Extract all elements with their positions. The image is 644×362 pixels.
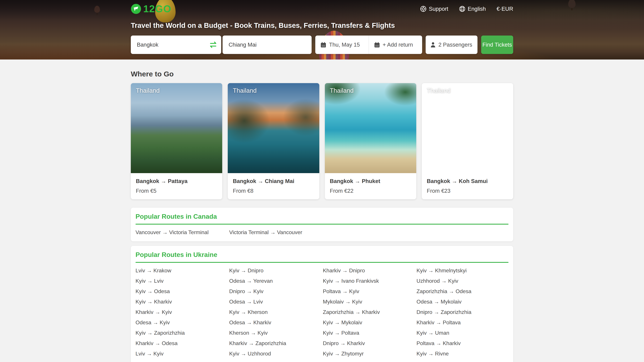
lifebuoy-icon (420, 6, 426, 12)
support-link[interactable]: Support (420, 6, 448, 12)
route-link[interactable]: Zaporizhzhia → Odesa (416, 288, 509, 295)
logo[interactable]: 12GO (131, 4, 172, 14)
section-title-ukraine: Popular Routes in Ukraine (136, 251, 508, 259)
card-route-title: Bangkok → Pattaya (136, 178, 217, 185)
globe-icon (459, 6, 466, 12)
language-label: English (468, 6, 486, 12)
route-link[interactable]: Kharkiv → Dnipro (323, 267, 415, 274)
destination-card[interactable]: Thailand Bangkok → Chiang Mai From €8 (228, 83, 319, 199)
routes-list-ukraine: Lviv → Krakow Kyiv → Dnipro Kharkiv → Dn… (136, 263, 508, 362)
to-input[interactable] (222, 35, 312, 54)
find-tickets-button[interactable]: Find Tickets (481, 35, 513, 54)
route-link[interactable]: Kyiv → Lviv (136, 278, 228, 284)
return-date-field[interactable]: + Add return (368, 35, 422, 54)
route-link[interactable]: Uzhhorod → Kyiv (416, 278, 509, 284)
swap-directions-button[interactable] (209, 41, 217, 49)
passengers-field[interactable]: 2 Passengers (426, 35, 478, 54)
popular-routes-ukraine-section: Popular Routes in Ukraine Lviv → Krakow … (131, 246, 513, 362)
route-link[interactable]: Kyiv → Zaporizhzhia (136, 330, 228, 336)
main-content: Where to Go Thailand Bangkok → Pattaya F… (131, 70, 513, 362)
route-link[interactable]: Kyiv → Kharkiv (136, 298, 228, 305)
route-link[interactable]: Victoria Terminal → Vancouver (229, 229, 321, 236)
route-link[interactable]: Kharkiv → Odesa (136, 340, 228, 347)
currency-label: €·EUR (496, 6, 513, 12)
route-link[interactable]: Kyiv → Rivne (416, 350, 509, 357)
route-link[interactable]: Kyiv → Poltava (323, 330, 415, 336)
route-link[interactable]: Odesa → Kharkiv (229, 319, 321, 326)
route-link[interactable]: Kyiv → Mykolaiv (323, 319, 415, 326)
route-link[interactable]: Odesa → Lviv (229, 298, 321, 305)
currency-selector[interactable]: €·EUR (496, 6, 513, 12)
card-route-title: Bangkok → Phuket (330, 178, 411, 185)
route-link[interactable]: Kyiv → Uzhhorod (229, 350, 321, 357)
where-to-go-title: Where to Go (131, 70, 513, 78)
destination-image: Thailand (131, 83, 222, 173)
routes-list-canada: Vancouver → Victoria Terminal Victoria T… (136, 225, 508, 236)
destination-image: Thailand (228, 83, 319, 173)
destination-card[interactable]: Thailand Bangkok → Phuket From €22 (325, 83, 416, 199)
from-input[interactable] (131, 35, 221, 54)
route-link[interactable]: Kharkiv → Poltava (416, 319, 509, 326)
logo-icon (131, 4, 141, 14)
route-link[interactable]: Odesa → Mykolaiv (416, 298, 509, 305)
destination-image: Thailand (325, 83, 416, 173)
date-fields: Thu, May 15 + Add return (315, 35, 422, 54)
hot-air-balloon-small (94, 6, 100, 13)
support-label: Support (429, 6, 448, 12)
popular-routes-canada-section: Popular Routes in Canada Vancouver → Vic… (131, 208, 513, 241)
route-link[interactable]: Lviv → Odesa (229, 361, 321, 362)
departure-date-field[interactable]: Thu, May 15 (315, 35, 368, 54)
header-menu: Support English €·EUR (420, 6, 513, 12)
from-field (131, 35, 221, 54)
card-route-title: Bangkok → Chiang Mai (233, 178, 314, 185)
route-link[interactable]: Kyiv → Dnipro (229, 267, 321, 274)
route-link[interactable]: Dnipro → Kyiv (229, 288, 321, 295)
route-link[interactable]: Lviv → Krakow (136, 267, 228, 274)
card-route-title: Bangkok → Koh Samui (427, 178, 508, 185)
route-link[interactable]: Kharkiv → Kyiv (136, 309, 228, 316)
destination-image: Thailand (422, 83, 513, 173)
card-price: From €8 (233, 188, 314, 194)
destination-card[interactable]: Thailand Bangkok → Koh Samui From €23 (422, 83, 513, 199)
route-link[interactable]: Dnipro → Zaporizhzhia (416, 309, 509, 316)
card-price: From €5 (136, 188, 217, 194)
route-link[interactable]: Zaporizhzhia → Kharkiv (323, 309, 415, 316)
card-price: From €23 (427, 188, 508, 194)
to-field (222, 35, 312, 54)
country-label: Thailand (136, 87, 160, 94)
section-title-canada: Popular Routes in Canada (136, 213, 508, 220)
departure-date-value: Thu, May 15 (329, 41, 360, 48)
route-link[interactable]: Poltava → Kyiv (323, 288, 415, 295)
top-navigation: 12GO Support English €·EUR (131, 0, 513, 14)
route-link[interactable]: Poltava → Kharkiv (416, 340, 509, 347)
card-caption: Bangkok → Chiang Mai From €8 (228, 173, 319, 199)
add-return-label: + Add return (383, 41, 413, 48)
search-form: Thu, May 15 + Add return (131, 35, 513, 54)
route-link[interactable]: Vancouver → Victoria Terminal (136, 229, 228, 236)
hero-banner: 12GO Support English €·EUR (0, 0, 644, 59)
route-link[interactable]: Dnipro → Kharkiv (323, 340, 415, 347)
country-label: Thailand (427, 87, 451, 94)
route-link[interactable]: Kyiv → Khmelnytskyi (416, 267, 509, 274)
route-link[interactable]: Ivano Frankivsk → Kyiv (416, 361, 509, 362)
route-link[interactable]: Kyiv → Zhytomyr (323, 350, 415, 357)
route-link[interactable]: Kherson → Kyiv (229, 330, 321, 336)
route-link[interactable]: Kyiv → Odesa (136, 288, 228, 295)
route-link[interactable]: Mykolaiv → Kyiv (323, 298, 415, 305)
route-link[interactable]: Zaporizhzhia → Kyiv (136, 361, 228, 362)
logo-text: 12GO (143, 4, 172, 14)
card-price: From €22 (330, 188, 411, 194)
route-link[interactable]: Odesa → Kyiv (136, 319, 228, 326)
route-link[interactable]: Kyiv → Uman (416, 330, 509, 336)
route-link[interactable]: Kyiv → Kherson (229, 309, 321, 316)
route-link[interactable]: Lviv → Kyiv (136, 350, 228, 357)
country-label: Thailand (330, 87, 354, 94)
route-link[interactable]: Kharkiv → Zaporizhzhia (229, 340, 321, 347)
destination-card[interactable]: Thailand Bangkok → Pattaya From €5 (131, 83, 222, 199)
hot-air-balloon-distant (568, 0, 576, 8)
route-link[interactable]: Dnipro → Odesa (323, 361, 415, 362)
route-link[interactable]: Kyiv → Ivano Frankivsk (323, 278, 415, 284)
language-selector[interactable]: English (459, 6, 486, 12)
person-icon (430, 42, 436, 48)
route-link[interactable]: Odesa → Yerevan (229, 278, 321, 284)
